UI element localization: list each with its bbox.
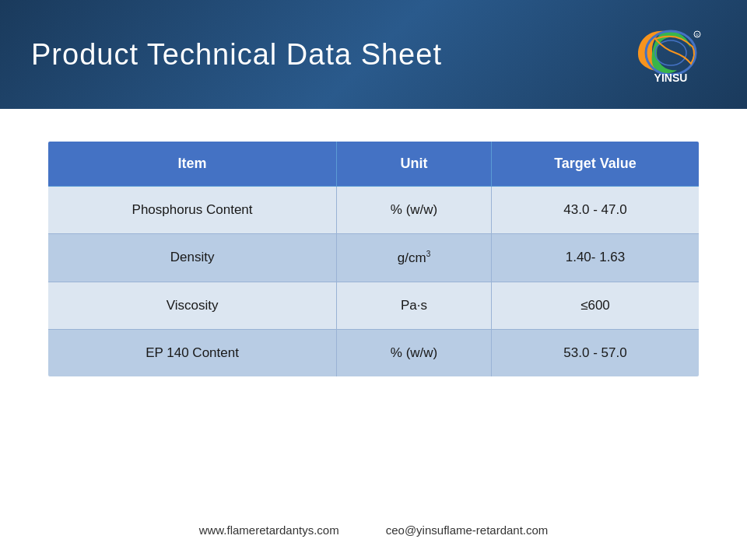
cell-target: 53.0 - 57.0: [491, 329, 700, 377]
footer-email: ceo@yinsuflame-retardant.com: [386, 523, 549, 537]
cell-unit: % (w/w): [337, 329, 492, 377]
svg-text:YINSU: YINSU: [654, 72, 688, 84]
table-row: EP 140 Content% (w/w)53.0 - 57.0: [47, 329, 700, 377]
svg-text:R: R: [696, 33, 699, 37]
table-row: Densityg/cm31.40- 1.63: [47, 234, 700, 282]
page-title: Product Technical Data Sheet: [31, 38, 442, 72]
col-unit: Unit: [337, 141, 492, 187]
footer-website: www.flameretardantys.com: [199, 523, 339, 537]
cell-target: 1.40- 1.63: [491, 234, 700, 282]
cell-unit: Pa·s: [337, 282, 492, 329]
main-content: YINSU Item Unit Target Value Phosphorus …: [0, 109, 747, 409]
page-header: Product Technical Data Sheet YINSU R: [0, 0, 747, 109]
table-row: Phosphorus Content% (w/w)43.0 - 47.0: [47, 187, 700, 234]
cell-target: 43.0 - 47.0: [491, 187, 700, 234]
col-target: Target Value: [491, 141, 700, 187]
yinsu-logo: YINSU R: [622, 23, 716, 86]
cell-unit: g/cm3: [337, 234, 492, 282]
cell-target: ≤600: [491, 282, 700, 329]
cell-item: EP 140 Content: [47, 329, 337, 377]
data-table: Item Unit Target Value Phosphorus Conten…: [47, 140, 700, 378]
cell-item: Viscosity: [47, 282, 337, 329]
table-row: ViscosityPa·s≤600: [47, 282, 700, 329]
table-header-row: Item Unit Target Value: [47, 141, 700, 187]
cell-item: Phosphorus Content: [47, 187, 337, 234]
logo-container: YINSU R: [622, 23, 716, 86]
footer: www.flameretardantys.com ceo@yinsuflame-…: [0, 523, 747, 537]
cell-unit: % (w/w): [337, 187, 492, 234]
col-item: Item: [47, 141, 337, 187]
cell-item: Density: [47, 234, 337, 282]
